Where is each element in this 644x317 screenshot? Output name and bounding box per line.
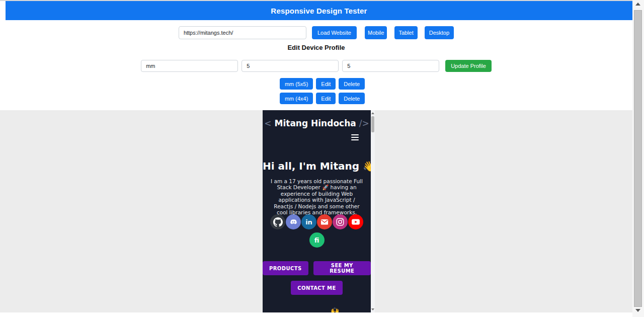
linkedin-icon: in <box>305 218 312 226</box>
site-cta-row: PRODUCTS SEE MY RESUME <box>263 261 371 275</box>
app-header: Responsive Design Tester <box>6 1 632 20</box>
site-contact-row: CONTACT ME <box>263 281 371 295</box>
envelope-icon <box>319 217 330 227</box>
email-link[interactable] <box>317 214 332 229</box>
profile-label-button[interactable]: mm (5x5) <box>280 78 313 90</box>
github-icon <box>273 217 283 227</box>
url-toolbar: Load Website Mobile Tablet Desktop <box>0 26 632 39</box>
url-input[interactable] <box>179 26 306 39</box>
site-hero-description: I am a 17 years old passionate Full Stac… <box>268 178 365 215</box>
mobile-view-button[interactable]: Mobile <box>365 26 387 39</box>
profile-edit-button[interactable]: Edit <box>316 93 336 104</box>
iframe-scrollbar-thumb[interactable] <box>371 116 374 132</box>
contact-me-button[interactable]: CONTACT ME <box>291 281 342 295</box>
saved-profile-row: mm (4x4) Edit Delete <box>6 93 638 104</box>
profile-delete-button[interactable]: Delete <box>339 93 365 104</box>
scroll-up-icon[interactable] <box>371 112 374 114</box>
logo-name: Mitang Hindocha <box>275 118 356 128</box>
logo-close-bracket: /> <box>359 118 369 128</box>
fiverr-icon: fi <box>314 236 319 244</box>
instagram-link[interactable] <box>333 214 348 229</box>
browser-scrollbar[interactable] <box>632 0 644 317</box>
site-logo[interactable]: < Mitang Hindocha /> <box>263 118 371 128</box>
instagram-icon <box>336 217 345 226</box>
load-website-button[interactable]: Load Website <box>312 26 357 39</box>
social-icons-row: in <box>263 214 371 229</box>
clipped-emoji: 🙌 <box>331 307 339 312</box>
hamburger-bar <box>351 134 359 135</box>
saved-profile-row: mm (5x5) Edit Delete <box>6 78 638 90</box>
github-link[interactable] <box>270 214 285 229</box>
scroll-down-icon[interactable] <box>371 308 374 310</box>
logo-open-bracket: < <box>264 118 271 128</box>
bottom-strip <box>0 312 632 317</box>
profile-name-input[interactable] <box>141 60 238 72</box>
tablet-view-button[interactable]: Tablet <box>394 26 417 39</box>
page-title: Responsive Design Tester <box>271 7 367 15</box>
preview-area: < Mitang Hindocha /> Hi all, I'm Mitang … <box>0 110 632 312</box>
discord-link[interactable] <box>286 214 301 229</box>
youtube-icon <box>351 217 361 227</box>
profile-label-button[interactable]: mm (4x4) <box>280 93 313 104</box>
discord-icon <box>289 217 298 227</box>
profile-width-input[interactable] <box>242 60 339 72</box>
previewed-website: < Mitang Hindocha /> Hi all, I'm Mitang … <box>263 110 371 312</box>
hamburger-bar <box>351 137 359 138</box>
scroll-up-icon[interactable] <box>635 3 640 6</box>
profile-delete-button[interactable]: Delete <box>339 78 365 90</box>
browser-scrollbar-thumb[interactable] <box>634 10 642 307</box>
products-button[interactable]: PRODUCTS <box>263 261 308 275</box>
hamburger-bar <box>351 139 359 140</box>
profile-height-input[interactable] <box>342 60 439 72</box>
youtube-link[interactable] <box>348 214 363 229</box>
device-preview-frame: < Mitang Hindocha /> Hi all, I'm Mitang … <box>263 110 375 312</box>
fiverr-row: fi <box>263 232 371 248</box>
edit-device-profile-heading: Edit Device Profile <box>0 44 632 51</box>
update-profile-button[interactable]: Update Profile <box>445 60 492 72</box>
app-window: Responsive Design Tester Load Website Mo… <box>0 0 644 317</box>
profile-edit-button[interactable]: Edit <box>316 78 336 90</box>
fiverr-link[interactable]: fi <box>309 232 325 248</box>
hamburger-menu-icon[interactable] <box>351 134 359 142</box>
linkedin-link[interactable]: in <box>301 214 316 229</box>
see-my-resume-button[interactable]: SEE MY RESUME <box>313 261 371 275</box>
device-profile-editor: Update Profile <box>0 60 632 72</box>
iframe-scrollbar[interactable] <box>371 110 375 312</box>
desktop-view-button[interactable]: Desktop <box>425 26 454 39</box>
scroll-down-icon[interactable] <box>635 309 640 312</box>
site-hero-heading: Hi all, I'm Mitang 👋 <box>263 160 371 172</box>
